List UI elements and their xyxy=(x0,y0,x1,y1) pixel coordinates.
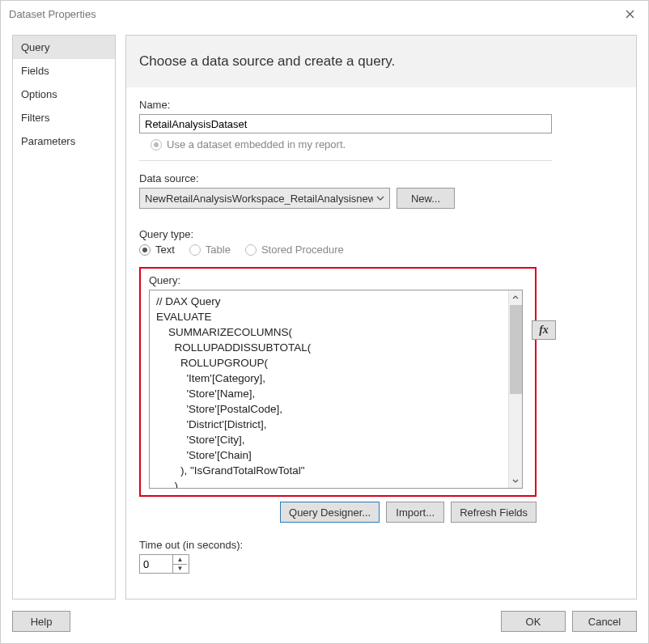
query-text-content: // DAX Query EVALUATE SUMMARIZECOLUMNS( … xyxy=(156,294,506,489)
sidebar-item-filters[interactable]: Filters xyxy=(13,106,115,129)
datasource-value: NewRetailAnalysisWorkspace_RetailAnalysi… xyxy=(145,193,373,205)
timeout-spinner[interactable]: ▲ ▼ xyxy=(139,554,189,574)
embedded-radio-row: Use a dataset embedded in my report. xyxy=(151,138,623,150)
sidebar-item-label: Query xyxy=(21,41,49,53)
sidebar-item-options[interactable]: Options xyxy=(13,83,115,106)
querytype-group: Text Table Stored Procedure xyxy=(139,244,623,256)
main-panel: Choose a data source and create a query.… xyxy=(125,35,637,600)
radio-icon xyxy=(189,244,201,256)
button-label: Import... xyxy=(396,506,435,519)
timeout-label: Time out (in seconds): xyxy=(139,539,623,551)
sidebar-item-fields[interactable]: Fields xyxy=(13,59,115,83)
query-button-row: Query Designer... Import... Refresh Fiel… xyxy=(139,502,537,523)
close-button[interactable] xyxy=(611,1,648,27)
window-title: Dataset Properties xyxy=(9,8,96,20)
sidebar-item-query[interactable]: Query xyxy=(13,36,115,59)
radio-icon xyxy=(139,244,151,256)
querytype-label: Query type: xyxy=(139,228,623,240)
sidebar-item-parameters[interactable]: Parameters xyxy=(13,129,115,153)
querytype-storedproc[interactable]: Stored Procedure xyxy=(245,244,344,256)
query-highlight-box: Query: // DAX Query EVALUATE SUMMARIZECO… xyxy=(139,267,537,497)
help-button[interactable]: Help xyxy=(12,611,70,632)
expression-button[interactable]: fx xyxy=(532,320,556,340)
page-header: Choose a data source and create a query. xyxy=(126,36,636,87)
refresh-fields-button[interactable]: Refresh Fields xyxy=(451,502,537,523)
radio-label: Text xyxy=(155,244,175,256)
embedded-radio xyxy=(151,139,162,150)
name-input[interactable] xyxy=(139,114,552,133)
sidebar-item-label: Options xyxy=(21,88,57,100)
sidebar-item-label: Filters xyxy=(21,112,49,124)
titlebar: Dataset Properties xyxy=(1,1,648,27)
button-label: Refresh Fields xyxy=(460,506,528,519)
dialog-footer: Help OK Cancel xyxy=(1,600,648,643)
timeout-input[interactable] xyxy=(140,555,172,573)
datasource-label: Data source: xyxy=(139,172,623,184)
scrollbar[interactable] xyxy=(508,290,522,488)
radio-label: Table xyxy=(206,244,231,256)
cancel-button[interactable]: Cancel xyxy=(572,611,637,632)
ok-button[interactable]: OK xyxy=(501,611,566,632)
radio-label: Stored Procedure xyxy=(261,244,344,256)
embedded-radio-label: Use a dataset embedded in my report. xyxy=(167,138,346,150)
name-label: Name: xyxy=(139,99,623,111)
close-icon xyxy=(626,10,634,19)
scroll-down-icon[interactable] xyxy=(509,474,522,488)
dialog-window: Dataset Properties Query Fields Options … xyxy=(0,0,649,644)
button-label: Cancel xyxy=(588,616,621,628)
button-label: Help xyxy=(31,616,53,628)
sidebar-item-label: Fields xyxy=(21,65,49,77)
querytype-table[interactable]: Table xyxy=(189,244,231,256)
fx-icon: fx xyxy=(539,324,549,337)
scroll-up-icon[interactable] xyxy=(509,290,522,304)
new-datasource-button[interactable]: New... xyxy=(397,188,455,209)
button-label: Query Designer... xyxy=(289,506,371,519)
button-label: New... xyxy=(411,193,440,205)
query-textarea[interactable]: // DAX Query EVALUATE SUMMARIZECOLUMNS( … xyxy=(149,290,523,489)
chevron-down-icon xyxy=(376,196,384,201)
sidebar-item-label: Parameters xyxy=(21,135,75,147)
import-button[interactable]: Import... xyxy=(386,502,444,523)
sidebar: Query Fields Options Filters Parameters xyxy=(12,35,116,600)
spinner-up-icon[interactable]: ▲ xyxy=(173,555,187,565)
querytype-text[interactable]: Text xyxy=(139,244,175,256)
query-designer-button[interactable]: Query Designer... xyxy=(280,502,380,523)
query-label: Query: xyxy=(149,274,527,286)
button-label: OK xyxy=(526,616,541,628)
scroll-thumb[interactable] xyxy=(510,305,522,394)
spinner-down-icon[interactable]: ▼ xyxy=(173,565,187,574)
radio-icon xyxy=(245,244,257,256)
divider xyxy=(139,160,552,161)
datasource-select[interactable]: NewRetailAnalysisWorkspace_RetailAnalysi… xyxy=(139,188,390,209)
